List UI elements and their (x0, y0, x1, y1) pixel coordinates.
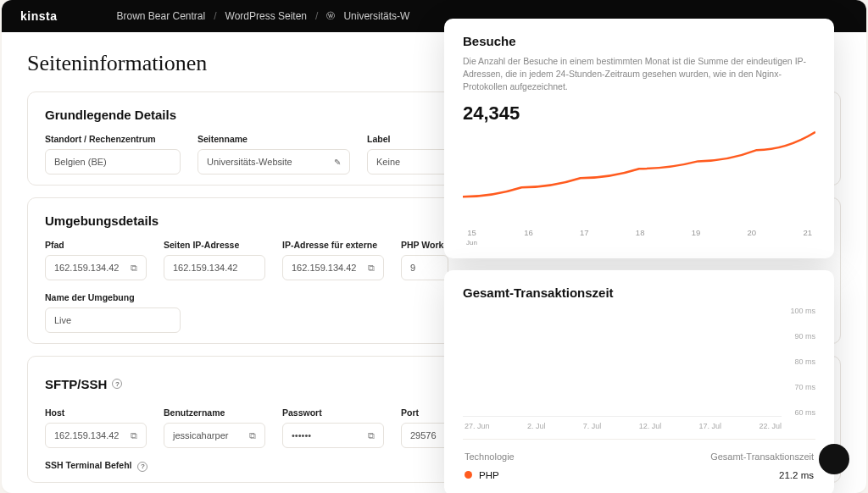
user-field[interactable]: jessicaharper⧉ (164, 423, 265, 448)
visits-xaxis: 15Jun161718192021 (463, 223, 815, 246)
trans-row-php: PHP 21.2 ms (463, 467, 815, 484)
legend-time: Gesamt-Transaktionszeit (710, 451, 814, 462)
help-fab-button[interactable] (819, 444, 849, 474)
extip-label: IP-Adresse für externe (282, 240, 384, 250)
sitename-field[interactable]: Universitäts-Website ✎ (198, 149, 350, 174)
siteip-field[interactable]: 162.159.134.42 (164, 255, 265, 280)
location-label: Standort / Rechenzentrum (45, 134, 181, 144)
wordpress-icon: ⓦ (326, 10, 335, 22)
extip-field[interactable]: 162.159.134.42⧉ (282, 255, 384, 280)
user-label: Benutzername (164, 407, 265, 418)
path-label: Pfad (45, 240, 147, 250)
siteip-label: Seiten IP-Adresse (164, 240, 265, 250)
brand-logo[interactable]: kinsta (20, 9, 57, 23)
copy-icon[interactable]: ⧉ (131, 430, 137, 441)
visits-desc: Die Anzahl der Besuche in einem bestimmt… (463, 55, 815, 94)
crumb-sep: / (214, 10, 216, 22)
copy-icon[interactable]: ⧉ (131, 263, 137, 274)
pw-field[interactable]: ••••••⧉ (282, 423, 384, 448)
visits-chart (463, 130, 815, 223)
crumb-org[interactable]: Brown Bear Central (116, 10, 205, 22)
copy-icon[interactable]: ⧉ (249, 430, 256, 441)
crumb-site[interactable]: Universitäts-W (343, 10, 409, 22)
visits-title: Besuche (463, 34, 815, 48)
ssh-cmd-label: SSH Terminal Befehl ? (45, 460, 147, 472)
visits-card: Besuche Die Anzahl der Besuche in einem … (444, 19, 834, 258)
envname-label: Name der Umgebung (45, 292, 181, 302)
worker-field[interactable]: 9 (401, 255, 448, 280)
breadcrumb: Brown Bear Central / WordPress Seiten / … (116, 10, 409, 22)
sitename-label: Seitenname (198, 134, 350, 144)
visits-count: 24,345 (463, 102, 815, 125)
help-icon[interactable]: ? (137, 462, 147, 472)
trans-row-value: 21.2 ms (779, 470, 814, 480)
crumb-sep: / (315, 10, 318, 22)
envname-field[interactable]: Live (45, 307, 181, 333)
legend-dot-icon (465, 471, 472, 479)
location-value[interactable]: Belgien (BE) (45, 149, 181, 174)
trans-chart: 100 ms90 ms80 ms70 ms60 ms (463, 307, 815, 417)
help-icon[interactable]: ? (112, 379, 122, 389)
trans-title: Gesamt-Transaktionszeit (463, 285, 815, 300)
host-field[interactable]: 162.159.134.42⧉ (45, 423, 147, 448)
copy-icon[interactable]: ⧉ (368, 430, 375, 441)
edit-icon[interactable]: ✎ (334, 158, 341, 167)
crumb-section[interactable]: WordPress Seiten (225, 10, 308, 22)
trans-card: Gesamt-Transaktionszeit 100 ms90 ms80 ms… (444, 270, 834, 493)
pw-label: Passwort (282, 407, 384, 418)
host-label: Host (45, 407, 147, 418)
copy-icon[interactable]: ⧉ (368, 263, 375, 274)
card-title: SFTP/SSH ? (45, 377, 122, 391)
trans-xaxis: 27. Jun2. Jul7. Jul12. Jul17. Jul22. Jul (463, 417, 815, 430)
legend-tech: Technologie (465, 451, 515, 462)
path-field[interactable]: 162.159.134.42⧉ (45, 255, 147, 280)
